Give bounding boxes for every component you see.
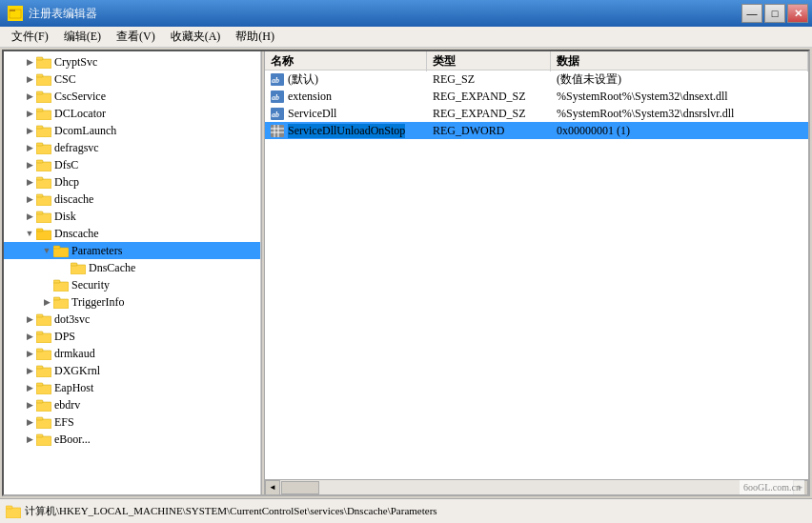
- scroll-track: [280, 480, 793, 495]
- tree-item-Dnscache[interactable]: ▼ Dnscache: [4, 225, 260, 242]
- tree-item-DnsCache[interactable]: DnsCache: [4, 259, 260, 276]
- expand-defragsvc[interactable]: ▶: [23, 141, 36, 154]
- svg-rect-18: [36, 196, 51, 206]
- expand-DCLocator[interactable]: ▶: [23, 107, 36, 120]
- tree-item-DcomLaunch[interactable]: ▶ DcomLaunch: [4, 122, 260, 139]
- expand-EapHost[interactable]: ▶: [23, 381, 36, 394]
- svg-rect-54: [271, 125, 284, 137]
- folder-icon-TriggerInfo: [53, 296, 69, 309]
- tree-item-discache[interactable]: ▶ discache: [4, 191, 260, 208]
- svg-rect-38: [36, 368, 51, 377]
- name-text-2: ServiceDll: [288, 107, 336, 121]
- tree-item-EapHost[interactable]: ▶ EapHost: [4, 379, 260, 396]
- table-row[interactable]: ab (默认)REG_SZ(数值未设置): [265, 70, 808, 88]
- tree-item-TriggerInfo[interactable]: ▶ TriggerInfo: [4, 293, 260, 311]
- tree-item-ebdrv[interactable]: ▶ ebdrv: [4, 396, 260, 413]
- tree-item-CSC[interactable]: ▶ CSC: [4, 70, 260, 88]
- menu-help[interactable]: 帮助(H): [228, 27, 282, 47]
- tree-item-CryptSvc[interactable]: ▶ CryptSvc: [4, 53, 260, 70]
- expand-Security[interactable]: [40, 278, 53, 292]
- cell-type-0: REG_SZ: [427, 71, 551, 88]
- expand-ebdrv[interactable]: ▶: [23, 398, 36, 412]
- svg-rect-13: [36, 143, 43, 146]
- tree-item-Dhcp[interactable]: ▶ Dhcp: [4, 173, 260, 191]
- svg-rect-39: [36, 366, 43, 369]
- col-data[interactable]: 数据: [551, 51, 808, 71]
- scroll-thumb[interactable]: [281, 481, 319, 494]
- expand-DnsCache[interactable]: [57, 261, 71, 274]
- tree-item-EFS[interactable]: ▶ EFS: [4, 413, 260, 431]
- tree-item-defragsvc[interactable]: ▶ defragsvc: [4, 139, 260, 156]
- scroll-left-btn[interactable]: ◄: [265, 480, 280, 495]
- menu-file[interactable]: 文件(F): [4, 27, 56, 47]
- table-body[interactable]: ab (默认)REG_SZ(数值未设置) ab extensionREG_EXP…: [265, 70, 808, 479]
- svg-rect-36: [36, 351, 51, 360]
- svg-rect-60: [6, 506, 12, 509]
- expand-Dhcp[interactable]: ▶: [23, 175, 36, 189]
- svg-rect-31: [53, 297, 60, 300]
- expand-EFS[interactable]: ▶: [23, 415, 36, 429]
- table-row[interactable]: ab ServiceDllREG_EXPAND_SZ%SystemRoot%\S…: [265, 105, 808, 122]
- expand-eBoor[interactable]: ▶: [23, 432, 36, 446]
- expand-Parameters[interactable]: ▼: [40, 244, 53, 257]
- expand-DXGKrnl[interactable]: ▶: [23, 364, 36, 377]
- svg-rect-40: [36, 385, 51, 394]
- tree-item-DfsC[interactable]: ▶ DfsC: [4, 156, 260, 173]
- expand-DfsC[interactable]: ▶: [23, 158, 36, 171]
- expand-Disk[interactable]: ▶: [23, 210, 36, 223]
- tree-item-drmkaud[interactable]: ▶ drmkaud: [4, 345, 260, 362]
- menu-edit[interactable]: 编辑(E): [56, 27, 109, 47]
- expand-discache[interactable]: ▶: [23, 192, 36, 206]
- tree-item-CscService[interactable]: ▶ CscService: [4, 88, 260, 105]
- table-row[interactable]: ServiceDllUnloadOnStopREG_DWORD0x0000000…: [265, 122, 808, 139]
- col-name[interactable]: 名称: [265, 51, 427, 71]
- tree-item-DXGKrnl[interactable]: ▶ DXGKrnl: [4, 362, 260, 379]
- close-button[interactable]: ✕: [787, 4, 808, 23]
- cell-type-1: REG_EXPAND_SZ: [427, 89, 551, 105]
- svg-rect-26: [71, 265, 86, 274]
- tree-item-DPS[interactable]: ▶ DPS: [4, 328, 260, 345]
- tree-item-DCLocator[interactable]: ▶ DCLocator: [4, 105, 260, 122]
- expand-DcomLaunch[interactable]: ▶: [23, 124, 36, 137]
- expand-CryptSvc[interactable]: ▶: [23, 55, 36, 69]
- menu-view[interactable]: 查看(V): [109, 27, 163, 47]
- bottom-scrollbar[interactable]: ◄ ►: [265, 479, 808, 494]
- main-container: ▶ CryptSvc▶ CSC▶ CscService▶ DCLocator▶ …: [0, 48, 812, 498]
- folder-icon-DXGKrnl: [36, 365, 51, 377]
- tree-item-Parameters[interactable]: ▼ Parameters: [4, 242, 260, 259]
- menu-favorites[interactable]: 收藏夹(A): [163, 27, 229, 47]
- folder-icon-CryptSvc: [36, 56, 51, 69]
- cell-name-1: ab extension: [265, 89, 427, 105]
- table-row[interactable]: ab extensionREG_EXPAND_SZ%SystemRoot%\Sy…: [265, 88, 808, 105]
- tree-label-DcomLaunch: DcomLaunch: [54, 124, 116, 138]
- folder-icon-DnsCache: [71, 262, 86, 274]
- svg-rect-30: [53, 299, 69, 309]
- tree-item-Disk[interactable]: ▶ Disk: [4, 208, 260, 225]
- maximize-button[interactable]: □: [764, 4, 785, 23]
- col-type[interactable]: 类型: [427, 51, 551, 71]
- cell-type-2: REG_EXPAND_SZ: [427, 106, 551, 122]
- folder-icon-Dhcp: [36, 176, 51, 189]
- svg-rect-25: [53, 246, 60, 249]
- tree-pane[interactable]: ▶ CryptSvc▶ CSC▶ CscService▶ DCLocator▶ …: [4, 51, 261, 494]
- expand-CSC[interactable]: ▶: [23, 72, 36, 86]
- tree-label-dot3svc: dot3svc: [54, 312, 90, 327]
- svg-rect-35: [36, 332, 43, 334]
- folder-icon-Dnscache: [36, 228, 51, 240]
- cell-type-3: REG_DWORD: [427, 123, 551, 139]
- tree-item-eBoor[interactable]: ▶ eBoor...: [4, 431, 260, 448]
- expand-drmkaud[interactable]: ▶: [23, 347, 36, 360]
- title-bar-controls: — □ ✕: [741, 4, 808, 23]
- minimize-button[interactable]: —: [741, 4, 762, 23]
- svg-rect-2: [36, 59, 51, 69]
- expand-DPS[interactable]: ▶: [23, 330, 36, 343]
- expand-Dnscache[interactable]: ▼: [23, 227, 36, 240]
- expand-CscService[interactable]: ▶: [23, 90, 36, 103]
- folder-icon-DfsC: [36, 159, 51, 171]
- tree-label-ebdrv: ebdrv: [54, 398, 80, 412]
- watermark: 6ooGL.com.cn: [740, 480, 804, 494]
- tree-item-dot3svc[interactable]: ▶ dot3svc: [4, 311, 260, 328]
- expand-TriggerInfo[interactable]: ▶: [40, 295, 53, 309]
- tree-item-Security[interactable]: Security: [4, 276, 260, 293]
- expand-dot3svc[interactable]: ▶: [23, 312, 36, 326]
